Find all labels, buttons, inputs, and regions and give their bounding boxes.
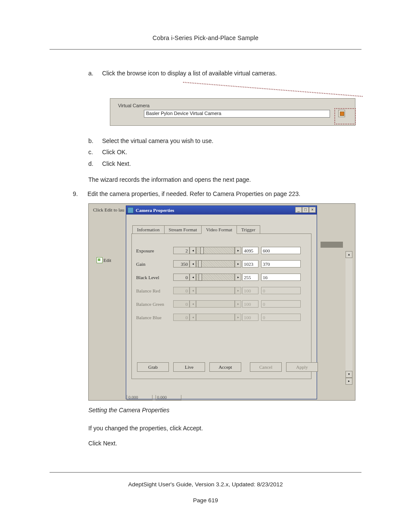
preview-strip (321, 242, 343, 248)
black-level-slider-right[interactable]: ▸ (235, 274, 241, 281)
status-field-b: 0.000 (156, 395, 181, 400)
edit-icon (97, 257, 103, 263)
virtual-camera-label: Virtual Camera (118, 103, 149, 108)
balance-green-max: 100 (242, 300, 258, 308)
balance-green-slider-track (196, 300, 235, 308)
prop-row-balance-red: Balance Red 0 ◂ ▸ 100 0 (136, 287, 307, 294)
after-caption-p1: If you changed the properties, click Acc… (88, 424, 361, 433)
scroll-down-button[interactable]: ▾ (346, 371, 352, 378)
gain-max: 1023 (242, 260, 258, 268)
prop-row-balance-green: Balance Green 0 ◂ ▸ 100 0 (136, 300, 307, 308)
footer-rule (50, 472, 361, 473)
exposure-slider-thumb[interactable] (200, 247, 204, 254)
edit-button[interactable]: Edit (103, 258, 111, 263)
balance-blue-value: 0 (261, 314, 301, 321)
exposure-value[interactable]: 600 (261, 247, 301, 254)
gain-slider-track[interactable] (196, 260, 235, 268)
close-button[interactable]: × (309, 207, 316, 213)
exposure-label: Exposure (136, 248, 173, 253)
scroll-right-button[interactable]: ▸ (346, 378, 352, 385)
list-marker-d: d. (88, 158, 96, 170)
tab-trigger[interactable]: Trigger (237, 225, 260, 234)
balance-blue-slider-track (196, 314, 235, 321)
tab-stream-format[interactable]: Stream Format (164, 225, 202, 234)
status-field-a: 0.000 (127, 395, 153, 400)
list-marker-c: c. (88, 146, 96, 158)
window-title: Camera Properties (136, 208, 174, 213)
gain-label: Gain (136, 261, 173, 267)
exposure-slider-right[interactable]: ▸ (235, 247, 241, 254)
grab-button[interactable]: Grab (137, 362, 169, 372)
black-level-slider-thumb[interactable] (199, 274, 202, 281)
page-number: Page 619 (50, 497, 361, 504)
balance-green-label: Balance Green (136, 302, 173, 307)
gain-slider-right[interactable]: ▸ (235, 260, 241, 268)
exposure-max: 4095 (242, 247, 258, 254)
prop-row-black-level: Black Level 0 ◂ ▸ 255 16 (136, 274, 307, 281)
figure-caption: Setting the Camera Properties (88, 407, 361, 414)
scroll-up-button[interactable]: ▴ (346, 251, 352, 258)
balance-blue-min: 0 (173, 314, 190, 321)
window-titlebar[interactable]: Camera Properties _ □ × (126, 206, 317, 215)
step-9-text: Edit the camera properties, if needed. R… (87, 190, 300, 197)
list-marker-9: 9. (73, 190, 81, 197)
balance-blue-label: Balance Blue (136, 315, 173, 320)
window-icon (128, 207, 134, 213)
accept-button[interactable]: Accept (209, 362, 241, 372)
gain-slider-left[interactable]: ◂ (190, 260, 196, 268)
balance-red-max: 100 (242, 287, 258, 294)
camera-properties-window: Camera Properties _ □ × Information Stre… (126, 205, 317, 399)
list-marker-b: b. (88, 135, 96, 147)
maximize-button[interactable]: □ (302, 207, 309, 213)
tab-information[interactable]: Information (132, 225, 165, 234)
step-b-text: Select the virtual camera you wish to us… (102, 135, 213, 147)
list-marker-a: a. (88, 68, 96, 79)
apply-button: Apply (286, 362, 318, 372)
preview-scrollbar[interactable]: ▴ ▾ ▸ (346, 251, 352, 385)
minimize-button[interactable]: _ (295, 207, 302, 213)
property-list: Exposure 2 ◂ ▸ 4095 600 Gain 350 ◂ ▸ (136, 247, 307, 327)
exposure-slider-left[interactable]: ◂ (190, 247, 196, 254)
tab-video-format[interactable]: Video Format (201, 225, 237, 234)
prop-row-balance-blue: Balance Blue 0 ◂ ▸ 100 0 (136, 314, 307, 321)
figure-background-text: Click Edit to lau (93, 207, 124, 212)
gain-value[interactable]: 370 (261, 260, 301, 268)
header-rule (50, 49, 361, 50)
virtual-camera-combo[interactable]: Basler Pylon Device Virtual Camera (144, 110, 330, 118)
balance-red-slider-left: ◂ (190, 287, 196, 294)
prop-row-exposure: Exposure 2 ◂ ▸ 4095 600 (136, 247, 307, 254)
black-level-value[interactable]: 16 (261, 274, 301, 281)
black-level-max: 255 (242, 274, 258, 281)
balance-red-min: 0 (173, 287, 190, 294)
balance-red-slider-right: ▸ (235, 287, 241, 294)
cancel-button: Cancel (250, 362, 282, 372)
black-level-min: 0 (173, 274, 190, 281)
balance-red-value: 0 (261, 287, 301, 294)
status-bar: 0.000 0.000 (127, 395, 183, 400)
virtual-camera-panel: Virtual Camera Basler Pylon Device Virtu… (110, 98, 355, 126)
wizard-records-paragraph: The wizard records the information and o… (88, 175, 361, 184)
balance-green-slider-left: ◂ (190, 300, 196, 308)
black-level-label: Black Level (136, 275, 173, 280)
page-header-title: Cobra i-Series Pick-and-Place Sample (50, 34, 361, 41)
balance-red-label: Balance Red (136, 288, 173, 293)
balance-blue-slider-left: ◂ (190, 314, 196, 321)
page-footer: AdeptSight User's Guide, Version 3.2.x, … (50, 481, 361, 488)
prop-row-gain: Gain 350 ◂ ▸ 1023 370 (136, 260, 307, 268)
balance-green-slider-right: ▸ (235, 300, 241, 308)
balance-blue-max: 100 (242, 314, 258, 321)
tab-strip: Information Stream Format Video Format T… (132, 225, 317, 233)
dialog-button-row: Grab Live Accept Cancel Apply (137, 362, 306, 372)
balance-blue-slider-right: ▸ (235, 314, 241, 321)
step-a-text: Click the browse icon to display a list … (102, 68, 277, 79)
virtual-camera-figure: Virtual Camera Basler Pylon Device Virtu… (110, 85, 355, 127)
balance-red-slider-track (196, 287, 235, 294)
black-level-slider-left[interactable]: ◂ (190, 274, 196, 281)
exposure-slider-track[interactable] (196, 247, 235, 254)
balance-green-min: 0 (173, 300, 190, 308)
browse-button[interactable] (338, 110, 345, 117)
exposure-min: 2 (173, 247, 190, 254)
black-level-slider-track[interactable] (196, 274, 235, 281)
live-button[interactable]: Live (173, 362, 205, 372)
gain-slider-thumb[interactable] (198, 260, 202, 268)
